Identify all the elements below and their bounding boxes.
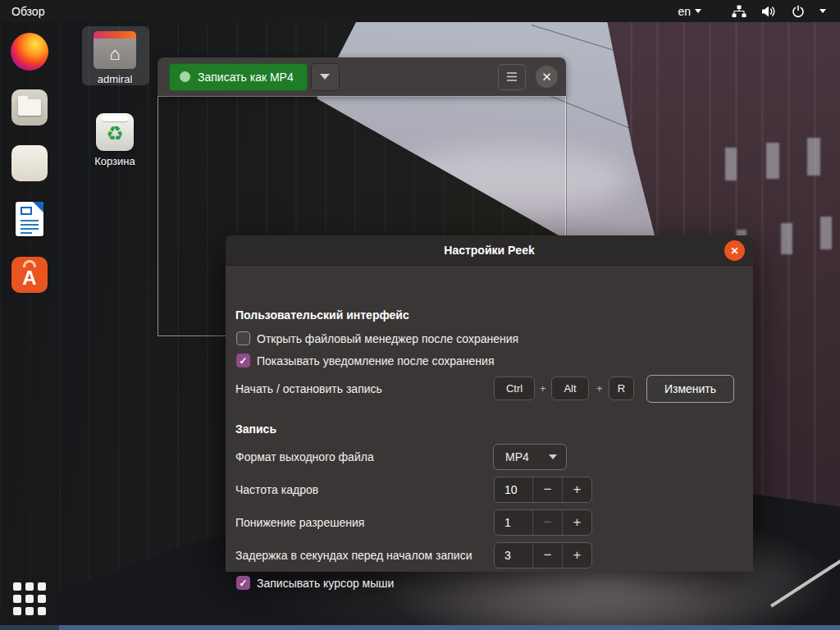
section-ui-title: Пользовательский интерфейс bbox=[235, 308, 409, 322]
volume-icon bbox=[761, 5, 777, 18]
folder-glyph bbox=[18, 99, 41, 116]
trash-icon: ♻ bbox=[96, 113, 134, 151]
dock-item-rhythmbox[interactable] bbox=[11, 145, 48, 181]
framerate-value[interactable]: 10 bbox=[495, 477, 532, 502]
grid-dot bbox=[25, 582, 34, 591]
plus-separator: + bbox=[540, 382, 546, 395]
language-label: en bbox=[678, 5, 691, 18]
dock-item-libreoffice-writer[interactable] bbox=[11, 201, 48, 237]
house-glyph: ⌂ bbox=[109, 45, 120, 63]
checkbox-record-cursor-label: Записывать курсор мыши bbox=[257, 577, 394, 590]
delay-label: Задержка в секундах перед началом записи bbox=[235, 549, 472, 562]
peek-settings-dialog: Настройки Peek ✕ Пользовательский интерф… bbox=[226, 235, 753, 572]
dialog-body: Пользовательский интерфейс Открыть файло… bbox=[226, 266, 753, 572]
format-dropdown[interactable]: MP4 bbox=[493, 444, 567, 470]
libreoffice-writer-icon bbox=[11, 201, 48, 237]
page-fold bbox=[33, 202, 43, 212]
plus-separator: + bbox=[596, 382, 603, 395]
desktop-icon-home[interactable]: ⌂ admiral bbox=[77, 31, 153, 85]
ubuntu-software-icon: A bbox=[11, 257, 48, 293]
network-icon bbox=[732, 5, 746, 18]
keycap-r-label: R bbox=[618, 382, 625, 395]
wallpaper-window bbox=[807, 138, 820, 176]
desktop-screen: ⌂ admiral ♻ Корзина Записать как MP4 ✕ bbox=[0, 0, 840, 630]
framerate-spinbox: 10 − + bbox=[494, 477, 592, 503]
delay-spinbox: 3 − + bbox=[494, 542, 592, 568]
grid-dot bbox=[13, 595, 21, 603]
downsample-value[interactable]: 1 bbox=[495, 510, 532, 535]
framerate-label: Частота кадров bbox=[235, 483, 318, 496]
grid-dot bbox=[25, 607, 34, 615]
checkbox-record-cursor[interactable]: ✓ bbox=[236, 576, 250, 590]
record-format-dropdown-button[interactable] bbox=[311, 63, 340, 91]
chevron-down-icon bbox=[819, 9, 826, 13]
change-shortcut-button[interactable]: Изменить bbox=[646, 375, 734, 403]
grid-dot bbox=[25, 595, 34, 603]
peek-window-header[interactable]: Записать как MP4 ✕ bbox=[158, 57, 566, 96]
delay-increment-button[interactable]: + bbox=[562, 543, 591, 568]
top-bar: Обзор en bbox=[0, 0, 840, 22]
format-label: Формат выходного файла bbox=[235, 450, 374, 463]
section-recording-title: Запись bbox=[235, 422, 276, 436]
downsample-spinbox: 1 − + bbox=[494, 509, 592, 536]
desktop-icon-trash[interactable]: ♻ Корзина bbox=[77, 113, 153, 167]
checkbox-show-notification[interactable]: ✓ bbox=[236, 354, 250, 368]
dialog-close-button[interactable]: ✕ bbox=[724, 240, 745, 261]
wallpaper-bottom-strip bbox=[0, 625, 840, 630]
grid-dot bbox=[38, 607, 46, 615]
record-button[interactable]: Записать как MP4 bbox=[169, 63, 308, 91]
text-line bbox=[21, 232, 32, 234]
chevron-down-icon bbox=[549, 454, 557, 459]
bag-handle bbox=[23, 260, 36, 267]
activities-button[interactable]: Обзор bbox=[11, 5, 44, 18]
keycap-alt: Alt bbox=[551, 377, 589, 400]
volume-menu[interactable] bbox=[754, 0, 784, 22]
grid-dot bbox=[13, 607, 21, 615]
wallpaper-window bbox=[725, 148, 737, 180]
delay-value[interactable]: 3 bbox=[495, 543, 532, 568]
dock-item-firefox[interactable] bbox=[11, 33, 48, 71]
text-line bbox=[21, 224, 39, 226]
letter-a-glyph: A bbox=[22, 268, 36, 288]
keycap-r: R bbox=[609, 377, 634, 400]
close-icon: ✕ bbox=[730, 245, 738, 257]
trash-icon-label: Корзина bbox=[94, 155, 135, 167]
files-icon bbox=[11, 89, 48, 126]
power-menu[interactable] bbox=[784, 0, 812, 22]
keycap-ctrl-label: Ctrl bbox=[506, 382, 523, 395]
show-applications-button[interactable] bbox=[11, 581, 48, 617]
change-shortcut-button-label: Изменить bbox=[664, 382, 716, 395]
wallpaper-window bbox=[766, 143, 779, 179]
keycap-ctrl: Ctrl bbox=[494, 377, 535, 400]
peek-close-button[interactable]: ✕ bbox=[536, 66, 558, 88]
language-menu[interactable]: en bbox=[669, 5, 710, 18]
dialog-titlebar[interactable]: Настройки Peek ✕ bbox=[226, 235, 753, 266]
chevron-down-icon bbox=[695, 9, 701, 13]
framerate-increment-button[interactable]: + bbox=[562, 477, 591, 502]
delay-decrement-button[interactable]: − bbox=[532, 543, 562, 568]
close-icon: ✕ bbox=[541, 70, 552, 84]
text-line bbox=[21, 220, 39, 221]
dock-item-files[interactable] bbox=[11, 89, 48, 126]
dock-item-ubuntu-software[interactable]: A bbox=[11, 257, 48, 293]
firefox-icon bbox=[11, 33, 48, 71]
speaker-glyph bbox=[16, 149, 43, 177]
network-menu[interactable] bbox=[724, 0, 754, 22]
checkbox-open-file-manager[interactable] bbox=[236, 331, 250, 345]
text-line bbox=[21, 228, 39, 230]
downsample-decrement-button[interactable]: − bbox=[532, 510, 562, 535]
hamburger-icon bbox=[505, 71, 518, 82]
power-icon bbox=[792, 5, 805, 18]
system-menu-chevron[interactable] bbox=[812, 0, 833, 22]
grid-dot bbox=[13, 582, 21, 591]
wallpaper-window bbox=[781, 223, 792, 254]
home-folder-icon: ⌂ bbox=[94, 31, 136, 69]
shortcut-label: Начать / остановить запись bbox=[235, 382, 382, 395]
chevron-down-icon bbox=[320, 74, 330, 80]
grid-dot bbox=[38, 595, 46, 603]
peek-menu-button[interactable] bbox=[498, 64, 526, 90]
framerate-decrement-button[interactable]: − bbox=[532, 477, 562, 502]
document-page-glyph bbox=[16, 202, 43, 236]
record-dot-icon bbox=[180, 71, 190, 82]
downsample-increment-button[interactable]: + bbox=[562, 510, 591, 535]
